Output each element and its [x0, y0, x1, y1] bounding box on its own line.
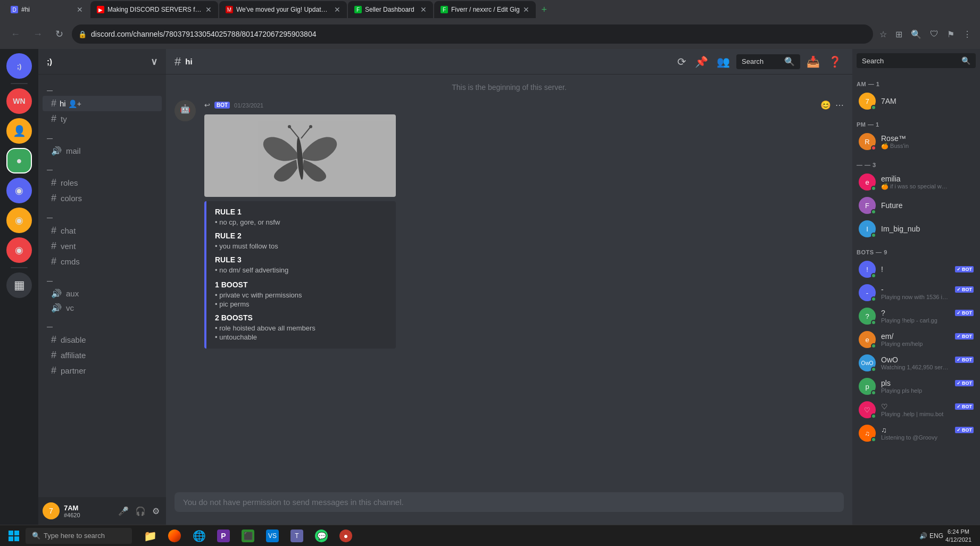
- member-future[interactable]: F Future: [854, 194, 978, 217]
- channel-mail[interactable]: 🔊 mail: [43, 144, 162, 158]
- help-button[interactable]: ❓: [826, 53, 844, 70]
- server-icon-2[interactable]: WN: [6, 88, 32, 114]
- members-section-am: AM — 1: [852, 72, 980, 89]
- new-tab-button[interactable]: +: [537, 2, 552, 17]
- tab-5[interactable]: F Fiverr / nexxrc / Edit Gig ✕: [434, 1, 536, 18]
- nav-extra-2[interactable]: 🔍: [909, 27, 924, 42]
- member-bot-owo[interactable]: OwO OwO ✓ BOT Watching 1,462,950 servers…: [854, 351, 978, 375]
- taskbar-start-button[interactable]: [4, 526, 23, 545]
- taskbar-app-purple[interactable]: P: [212, 526, 235, 546]
- server-icon-1[interactable]: ;): [6, 53, 32, 79]
- channel-partner[interactable]: # partner: [43, 363, 162, 378]
- channel-ty[interactable]: # ty: [43, 111, 162, 127]
- member-bot-dash[interactable]: - - ✓ BOT Playing now with 1536 instead …: [854, 281, 978, 304]
- channel-disable[interactable]: # disable: [43, 332, 162, 348]
- address-bar[interactable]: 🔒 discord.com/channels/78037913305402578…: [72, 24, 873, 44]
- sidebar-header[interactable]: ;) ∨: [38, 49, 166, 75]
- tab-2[interactable]: ▶ Making DISCORD SERVERS for people... ✕: [90, 1, 218, 18]
- taskbar-app-explorer[interactable]: 📁: [138, 526, 162, 546]
- tab-title-2: Making DISCORD SERVERS for people...: [107, 6, 202, 13]
- channel-hi[interactable]: # hi 👤+: [43, 96, 162, 111]
- tab-3[interactable]: M We've moved your Gig! Update meta... ✕: [219, 1, 347, 18]
- tab-close-3[interactable]: ✕: [334, 5, 340, 14]
- tab-close-5[interactable]: ✕: [523, 5, 529, 14]
- reload-button[interactable]: ↻: [51, 26, 68, 42]
- member-name-row-bot-heart: ♡ ✓ BOT: [881, 402, 974, 411]
- member-name-row-bot-music: ♫ ✓ BOT: [881, 426, 974, 434]
- taskbar-app-whatsapp[interactable]: 💬: [310, 526, 333, 546]
- channel-affiliate[interactable]: # affiliate: [43, 348, 162, 363]
- user-info: 7AM #4620: [64, 504, 112, 518]
- chat-search-box[interactable]: Search 🔍: [736, 54, 800, 69]
- tab-close-4[interactable]: ✕: [420, 5, 427, 14]
- member-7am[interactable]: 7 7AM: [854, 89, 978, 113]
- server-icon-8[interactable]: ▦: [6, 272, 32, 298]
- member-bot-pls[interactable]: p pls ✓ BOT Playing pls help: [854, 375, 978, 398]
- svg-rect-11: [14, 536, 19, 541]
- channel-name-affiliate: affiliate: [61, 351, 86, 360]
- member-rose[interactable]: R Rose™ 🍊 Buss'in: [854, 130, 978, 153]
- nav-extra-3[interactable]: 🛡: [928, 27, 941, 41]
- server-icon-7[interactable]: ◉: [6, 237, 32, 263]
- tab-close-2[interactable]: ✕: [205, 5, 212, 14]
- members-toggle-button[interactable]: 👥: [715, 53, 732, 70]
- member-bot-exclaim[interactable]: ! ! ✓ BOT: [854, 258, 978, 281]
- server-icon-6[interactable]: ◉: [6, 208, 32, 233]
- taskbar-app-green[interactable]: ⬛: [236, 526, 260, 546]
- channel-vent[interactable]: # vent: [43, 238, 162, 254]
- taskbar-app-red[interactable]: ●: [334, 526, 358, 546]
- deafen-button[interactable]: 🎧: [133, 504, 148, 518]
- channel-aux[interactable]: 🔊 aux: [43, 286, 162, 301]
- member-bot-heart[interactable]: ♡ ♡ ✓ BOT Playing .help | mimu.bot: [854, 398, 978, 421]
- channel-hash-chat: #: [51, 225, 56, 236]
- bot-badge-pls: ✓ BOT: [955, 380, 974, 386]
- member-bot-em[interactable]: e em/ ✓ BOT Playing em/help: [854, 328, 978, 351]
- member-info-bot-owo: OwO ✓ BOT Watching 1,462,950 servers!: [881, 355, 974, 370]
- channel-chat[interactable]: # chat: [43, 223, 162, 238]
- channel-name-chat: chat: [61, 226, 76, 235]
- member-bot-music[interactable]: ♫ ♫ ✓ BOT Listening to @Groovy: [854, 421, 978, 445]
- chat-header-hash-icon: #: [175, 55, 181, 69]
- member-imbignub[interactable]: I Im_big_nub: [854, 217, 978, 241]
- tab-active[interactable]: D #hi ✕: [4, 1, 89, 18]
- server-list: ;) WN 👤 ● ◉ ◉ ◉ ▦: [0, 49, 38, 525]
- nav-extra-4[interactable]: ⚑: [945, 27, 957, 42]
- taskbar-app-blue[interactable]: VS: [261, 526, 284, 546]
- inbox-button[interactable]: 📥: [804, 53, 822, 70]
- forward-button[interactable]: →: [29, 27, 47, 42]
- taskbar-app-firefox[interactable]: [163, 526, 186, 546]
- category-4: —: [38, 206, 166, 223]
- message-react-button[interactable]: 😊: [820, 100, 831, 110]
- taskbar-search-box[interactable]: 🔍 Type here to search: [26, 528, 132, 544]
- server-icon-5[interactable]: ◉: [6, 178, 32, 203]
- member-bot-question[interactable]: ? ? ✓ BOT Playing !help - carl.gg: [854, 304, 978, 328]
- channel-cmds[interactable]: # cmds: [43, 254, 162, 269]
- chat-input-box[interactable]: You do not have permission to send messa…: [175, 492, 844, 512]
- taskbar-app-globe[interactable]: 🌐: [187, 526, 211, 546]
- server-icon-4[interactable]: ●: [6, 148, 32, 173]
- search-input-container[interactable]: Search 🔍: [857, 53, 976, 68]
- pin-button[interactable]: 📌: [693, 53, 710, 70]
- channel-roles[interactable]: # roles: [43, 175, 162, 191]
- member-emilia[interactable]: e emilia 🍊 if i was so special why...: [854, 170, 978, 194]
- sidebar-expand-icon[interactable]: ∨: [151, 56, 157, 68]
- tab-close-1[interactable]: ✕: [77, 5, 83, 14]
- mute-button[interactable]: 🎤: [116, 504, 131, 518]
- settings-button[interactable]: ⚙: [150, 504, 162, 518]
- bookmark-button[interactable]: ☆: [877, 27, 889, 42]
- server-icon-3[interactable]: 👤: [6, 118, 32, 144]
- channel-vc[interactable]: 🔊 vc: [43, 301, 162, 315]
- member-status-emilia: 🍊 if i was so special why...: [881, 183, 950, 190]
- thread-button[interactable]: ⟳: [675, 53, 688, 70]
- nav-menu[interactable]: ⋮: [961, 27, 974, 42]
- server-avatar-3: 👤: [13, 125, 26, 137]
- nav-extra-1[interactable]: ⊞: [893, 27, 904, 42]
- message-more-button[interactable]: ⋯: [835, 100, 844, 110]
- channel-colors[interactable]: # colors: [43, 191, 162, 206]
- server-avatar-7: ◉: [15, 244, 23, 256]
- add-member-icon[interactable]: 👤+: [68, 100, 81, 108]
- back-button[interactable]: ←: [6, 27, 24, 42]
- taskbar-app-teams[interactable]: T: [285, 526, 309, 546]
- tab-4[interactable]: F Seller Dashboard ✕: [348, 1, 433, 18]
- status-dot-bot-em: [871, 343, 876, 349]
